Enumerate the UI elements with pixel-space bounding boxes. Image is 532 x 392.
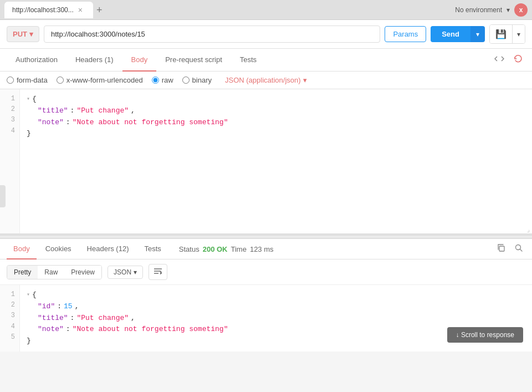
- search-icon[interactable]: [512, 241, 525, 257]
- resp-tab-headers[interactable]: Headers (12): [80, 239, 136, 259]
- code-line-1: ▾ {: [27, 94, 525, 105]
- view-buttons: Pretty Raw Preview: [7, 265, 102, 279]
- resp-line-3: "title": "Put change",: [27, 313, 525, 324]
- tab-body[interactable]: Body: [122, 49, 157, 72]
- resp-tab-actions: [494, 241, 525, 257]
- preview-button[interactable]: Preview: [64, 266, 101, 279]
- resize-handle[interactable]: ⌟: [524, 226, 532, 233]
- radio-binary[interactable]: binary: [182, 76, 212, 84]
- panel-resize-handle[interactable]: [0, 185, 6, 207]
- tab-pre-request-script[interactable]: Pre-request script: [156, 49, 231, 72]
- browser-tab-title: http://localhost:300...: [12, 6, 74, 14]
- body-options: form-data x-www-form-urlencoded raw bina…: [0, 72, 532, 89]
- tab-close-icon[interactable]: ×: [78, 6, 83, 14]
- response-status: Status 200 OK Time 123 ms: [179, 245, 274, 253]
- code-content[interactable]: ▾ { "title": "Put change", "note" : "Not…: [20, 89, 532, 233]
- json-format-select[interactable]: JSON (application/json) ▾: [225, 76, 307, 84]
- method-chevron-icon: ▾: [29, 30, 33, 38]
- tab-actions: [492, 52, 525, 68]
- status-label: Status: [179, 245, 200, 253]
- send-group: Send ▾: [431, 26, 485, 42]
- save-dropdown-button[interactable]: ▾: [512, 25, 525, 43]
- expand-arrow-icon[interactable]: ▾: [27, 95, 30, 104]
- env-label: No environment: [455, 6, 502, 14]
- expand-resp-arrow-icon[interactable]: ▾: [27, 291, 30, 299]
- json-chevron-icon: ▾: [303, 76, 307, 84]
- resp-tab-body[interactable]: Body: [7, 239, 37, 259]
- time-label: Time: [231, 245, 247, 253]
- env-selector[interactable]: No environment ▾ x: [455, 3, 528, 17]
- send-dropdown-button[interactable]: ▾: [470, 26, 485, 42]
- request-tabs: Authorization Headers (1) Body Pre-reque…: [0, 49, 532, 72]
- url-input[interactable]: [44, 26, 380, 43]
- reset-icon[interactable]: [511, 52, 525, 68]
- method-label: PUT: [13, 30, 27, 38]
- time-value: 123 ms: [250, 245, 274, 253]
- save-button[interactable]: 💾: [490, 25, 512, 43]
- line-numbers: 1 2 3 4: [0, 89, 20, 233]
- response-line-numbers: 1 2 3 4 5: [0, 285, 20, 352]
- method-select[interactable]: PUT ▾: [7, 26, 39, 42]
- radio-x-www-form-urlencoded[interactable]: x-www-form-urlencoded: [57, 76, 143, 84]
- tab-authorization[interactable]: Authorization: [7, 49, 66, 72]
- send-button[interactable]: Send: [431, 26, 470, 42]
- tab-bar: http://localhost:300... × + No environme…: [0, 0, 532, 20]
- env-badge: x: [514, 3, 528, 17]
- scroll-to-response-button[interactable]: ↓ Scroll to response: [447, 327, 523, 343]
- params-button[interactable]: Params: [385, 26, 426, 42]
- format-chevron-icon: ▾: [134, 268, 137, 276]
- wrap-lines-button[interactable]: [149, 264, 167, 280]
- response-tabs-bar: Body Cookies Headers (12) Tests Status 2…: [0, 239, 532, 259]
- resp-line-2: "id": 15,: [27, 301, 525, 313]
- code-line-2: "title": "Put change",: [27, 105, 525, 117]
- status-value: 200 OK: [203, 245, 228, 253]
- save-group: 💾 ▾: [489, 24, 525, 44]
- radio-form-data[interactable]: form-data: [7, 76, 48, 84]
- svg-line-2: [520, 250, 523, 252]
- pretty-button[interactable]: Pretty: [7, 266, 38, 279]
- radio-raw[interactable]: raw: [152, 76, 173, 84]
- tab-tests[interactable]: Tests: [231, 49, 265, 72]
- response-section: Body Cookies Headers (12) Tests Status 2…: [0, 238, 532, 352]
- new-tab-button[interactable]: +: [96, 5, 103, 15]
- format-select[interactable]: JSON ▾: [108, 266, 143, 279]
- resp-line-1: ▾ {: [27, 289, 525, 301]
- tab-headers[interactable]: Headers (1): [66, 49, 122, 72]
- code-line-3: "note" : "Note about not forgetting some…: [27, 117, 525, 129]
- request-body-editor[interactable]: 1 2 3 4 ▾ { "title": "Put change", "note…: [0, 89, 532, 235]
- chevron-down-icon: ▾: [507, 6, 510, 14]
- code-line-4: }: [27, 128, 525, 140]
- copy-icon[interactable]: [494, 241, 508, 257]
- code-icon[interactable]: [492, 52, 507, 68]
- browser-tab[interactable]: http://localhost:300... ×: [4, 2, 93, 18]
- url-bar: PUT ▾ Params Send ▾ 💾 ▾: [0, 20, 532, 49]
- svg-rect-0: [499, 246, 504, 251]
- raw-button[interactable]: Raw: [38, 266, 64, 279]
- resp-tab-cookies[interactable]: Cookies: [39, 239, 78, 259]
- resp-tab-tests[interactable]: Tests: [137, 239, 167, 259]
